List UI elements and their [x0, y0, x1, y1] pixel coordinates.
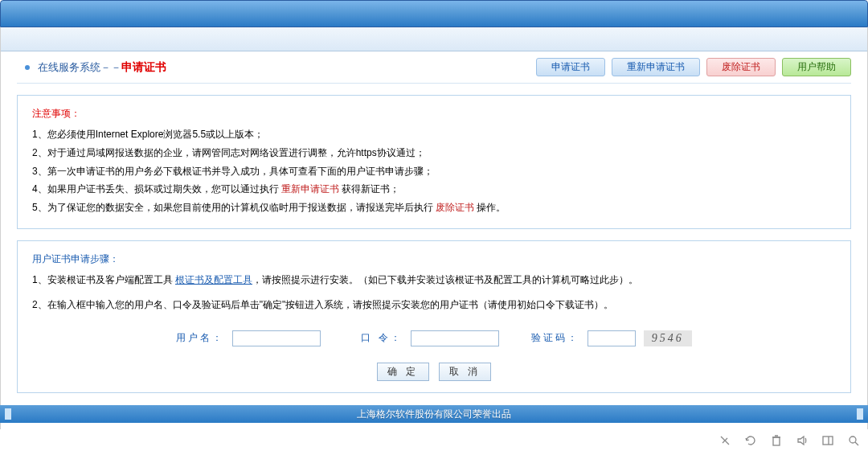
password-label: 口 令： [361, 331, 402, 345]
svg-rect-0 [773, 437, 780, 445]
nav-revoke[interactable]: 废除证书 [706, 58, 776, 76]
captcha-image[interactable]: 9546 [644, 330, 692, 346]
steps-box: 用户证书申请步骤： 1、安装根证书及客户端配置工具 根证书及配置工具，请按照提示… [17, 240, 851, 393]
reapply-link-text[interactable]: 重新申请证书 [281, 183, 339, 195]
revoke-link-text[interactable]: 废除证书 [436, 202, 474, 213]
step-1b: ，请按照提示进行安装。（如已下载并安装过该根证书及配置工具的计算机可略过此步）。 [252, 274, 638, 285]
nav-pills: 申请证书 重新申请证书 废除证书 用户帮助 [536, 58, 851, 76]
password-input[interactable] [411, 330, 499, 346]
window-title-bar [0, 0, 868, 27]
search-icon[interactable] [847, 434, 860, 447]
nav-help[interactable]: 用户帮助 [782, 58, 851, 76]
note-5: 5、为了保证您的数据安全，如果您目前使用的计算机仅临时用于报送数据，请报送完毕后… [32, 199, 836, 217]
button-row: 确 定 取 消 [32, 363, 836, 381]
header-strip [1, 27, 867, 51]
username-label: 用户名： [176, 331, 224, 345]
captcha-input[interactable] [588, 330, 636, 346]
note-5b: 操作。 [474, 202, 506, 213]
trash-icon[interactable] [770, 434, 783, 447]
note-5a: 5、为了保证您的数据安全，如果您目前使用的计算机仅临时用于报送数据，请报送完毕后… [32, 202, 436, 213]
volume-icon[interactable] [796, 434, 809, 447]
cancel-button[interactable]: 取 消 [439, 363, 491, 381]
notes-heading: 注意事项： [32, 107, 836, 121]
ok-button[interactable]: 确 定 [377, 363, 429, 381]
steps-heading: 用户证书申请步骤： [32, 252, 836, 266]
svg-point-2 [850, 437, 856, 443]
step-1a: 1、安装根证书及客户端配置工具 [32, 274, 175, 285]
note-4a: 4、如果用户证书丢失、损坏或过期失效，您可以通过执行 [32, 183, 281, 195]
step-2: 2、在输入框中输入您的用户名、口令及验证码后单击"确定"按钮进入系统，请按照提示… [32, 296, 836, 314]
note-3: 3、第一次申请证书的用户务必下载根证书并导入成功，具体可查看下面的用户证书申请步… [32, 162, 836, 181]
footer-decor-left [5, 408, 11, 420]
pin-icon[interactable] [719, 434, 731, 447]
footer-decor-right [857, 408, 863, 420]
bullet-icon [25, 65, 30, 70]
footer-bar: 上海格尔软件股份有限公司荣誉出品 [0, 405, 868, 423]
nav-reapply[interactable]: 重新申请证书 [612, 58, 700, 76]
note-2: 2、对于通过局域网报送数据的企业，请网管同志对网络设置进行调整，允许https协… [32, 144, 836, 162]
note-4: 4、如果用户证书丢失、损坏或过期失效，您可以通过执行 重新申请证书 获得新证书； [32, 180, 836, 199]
note-4b: 获得新证书； [339, 183, 399, 195]
refresh-icon[interactable] [744, 434, 757, 447]
page-title-main: 申请证书 [121, 60, 166, 75]
page-title-prefix: 在线服务系统－－ [38, 60, 121, 75]
root-cert-tool-link[interactable]: 根证书及配置工具 [175, 274, 252, 285]
svg-rect-1 [823, 437, 833, 445]
footer-text: 上海格尔软件股份有限公司荣誉出品 [357, 408, 511, 421]
nav-apply[interactable]: 申请证书 [536, 58, 605, 76]
username-input[interactable] [232, 330, 321, 346]
title-row: 在线服务系统－－ 申请证书 申请证书 重新申请证书 废除证书 用户帮助 [17, 51, 851, 84]
panel-icon[interactable] [821, 434, 834, 447]
captcha-label: 验证码： [531, 331, 579, 345]
system-tray [719, 434, 860, 447]
note-1: 1、您必须使用Internet Explore浏览器5.5或以上版本； [32, 125, 836, 144]
notes-box: 注意事项： 1、您必须使用Internet Explore浏览器5.5或以上版本… [17, 95, 851, 229]
step-1: 1、安装根证书及客户端配置工具 根证书及配置工具，请按照提示进行安装。（如已下载… [32, 271, 836, 289]
login-form: 用户名： 口 令： 验证码： 9546 [32, 330, 836, 346]
